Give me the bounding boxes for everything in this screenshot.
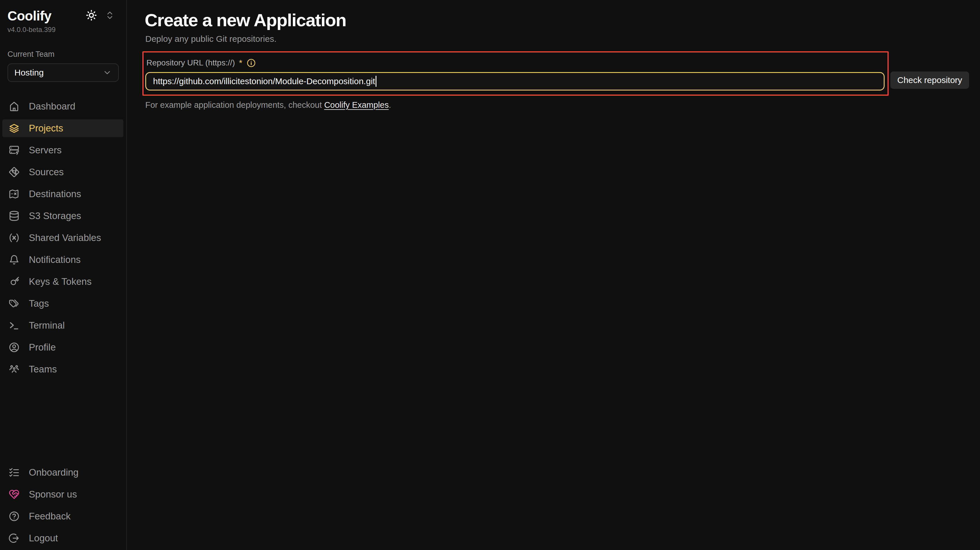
sidebar-item-label: Notifications [29, 254, 81, 265]
bell-icon [9, 254, 20, 265]
sidebar-item-label: Dashboard [29, 101, 75, 112]
team-select-value: Hosting [14, 68, 44, 78]
chevrons-up-down-icon [105, 10, 115, 21]
sidebar-item-keys-tokens[interactable]: Keys & Tokens [2, 273, 123, 291]
terminal-icon [9, 320, 20, 331]
main-content: Create a new Application Deploy any publ… [127, 0, 980, 550]
sidebar-item-label: Projects [29, 123, 63, 134]
sidebar-item-servers[interactable]: Servers [2, 141, 123, 159]
key-icon [9, 276, 20, 287]
helper-text-prefix: For example application deployments, che… [145, 100, 324, 110]
checklist-icon [9, 467, 20, 478]
theme-toggle-button[interactable] [85, 9, 97, 22]
sidebar-item-label: Onboarding [29, 467, 78, 478]
sidebar-item-label: Keys & Tokens [29, 276, 92, 287]
sidebar-item-destinations[interactable]: Destinations [2, 185, 123, 203]
sidebar-item-label: S3 Storages [29, 210, 81, 221]
sidebar-item-dashboard[interactable]: Dashboard [2, 97, 123, 115]
helper-text-suffix: . [389, 100, 391, 110]
sun-icon [85, 9, 97, 22]
home-icon [9, 101, 20, 112]
sidebar-header: Coolify [8, 9, 119, 23]
sidebar-item-sources[interactable]: Sources [2, 163, 123, 181]
sidebar-item-sponsor-us[interactable]: Sponsor us [2, 485, 123, 503]
sidebar-item-profile[interactable]: Profile [2, 339, 123, 356]
sidebar-item-label: Servers [29, 145, 62, 156]
variable-icon [9, 232, 20, 243]
sidebar-item-label: Shared Variables [29, 232, 101, 243]
repository-url-label: Repository URL (https://) [146, 58, 235, 67]
team-select[interactable]: Hosting [8, 64, 119, 82]
git-branch-icon [9, 167, 20, 178]
required-marker: * [239, 58, 242, 68]
sidebar-item-label: Teams [29, 364, 57, 375]
server-icon [9, 145, 20, 156]
sidebar-item-label: Terminal [29, 320, 65, 331]
page-subtitle: Deploy any public Git repositories. [145, 34, 980, 44]
logout-icon [9, 533, 20, 544]
sidebar-item-projects[interactable]: Projects [2, 119, 123, 137]
sidebar-item-shared-variables[interactable]: Shared Variables [2, 229, 123, 247]
sidebar-item-terminal[interactable]: Terminal [2, 316, 123, 334]
text-caret [375, 76, 376, 87]
sidebar-item-label: Profile [29, 342, 56, 353]
app-logo: Coolify [8, 9, 51, 23]
tags-icon [9, 298, 20, 309]
sidebar-item-onboarding[interactable]: Onboarding [2, 464, 123, 482]
user-icon [9, 342, 20, 353]
check-repository-button[interactable]: Check repository [890, 72, 969, 89]
sidebar: Coolify v4.0.0-beta.399 Current Team Hos… [0, 0, 127, 550]
sidebar-switcher-button[interactable] [105, 10, 115, 21]
heart-hands-icon [9, 489, 20, 500]
repository-form: Repository URL (https://) * https://gith… [145, 51, 980, 96]
sidebar-footer-nav: Onboarding Sponsor us Feedback Logout [2, 464, 123, 547]
coolify-examples-link[interactable]: Coolify Examples [324, 100, 389, 110]
helper-text: For example application deployments, che… [145, 100, 980, 110]
database-icon [9, 210, 20, 221]
app-version: v4.0.0-beta.399 [8, 25, 119, 34]
users-icon [9, 364, 20, 375]
sidebar-item-teams[interactable]: Teams [2, 360, 123, 378]
sidebar-item-notifications[interactable]: Notifications [2, 251, 123, 269]
map-icon [9, 189, 20, 199]
sidebar-item-s3-storages[interactable]: S3 Storages [2, 207, 123, 225]
sidebar-item-label: Logout [29, 533, 58, 544]
help-circle-icon [9, 511, 20, 522]
sidebar-item-tags[interactable]: Tags [2, 295, 123, 313]
sidebar-item-label: Sponsor us [29, 489, 77, 500]
sidebar-item-logout[interactable]: Logout [2, 529, 123, 547]
sidebar-item-label: Feedback [29, 511, 71, 522]
coolify-app: Coolify v4.0.0-beta.399 Current Team Hos… [0, 0, 980, 550]
sidebar-nav: Dashboard Projects Servers Sources Desti… [2, 97, 123, 378]
sidebar-item-label: Tags [29, 298, 49, 309]
sidebar-item-label: Destinations [29, 189, 81, 199]
layers-icon [9, 123, 20, 134]
repository-url-value: https://github.com/illicitestonion/Modul… [153, 76, 375, 86]
repository-url-label-row: Repository URL (https://) * [145, 57, 885, 68]
tutorial-highlight-box: Repository URL (https://) * https://gith… [142, 51, 889, 96]
info-icon[interactable] [247, 58, 256, 68]
sidebar-item-label: Sources [29, 167, 64, 178]
chevron-down-icon [103, 68, 112, 77]
repository-url-input[interactable]: https://github.com/illicitestonion/Modul… [145, 72, 885, 91]
sidebar-item-feedback[interactable]: Feedback [2, 507, 123, 525]
page-title: Create a new Application [145, 10, 980, 30]
current-team-label: Current Team [8, 50, 119, 59]
